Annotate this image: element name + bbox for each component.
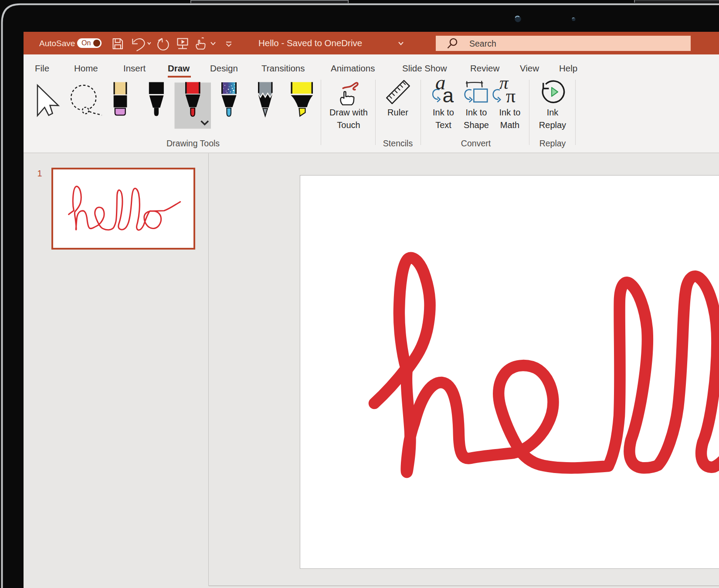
svg-text:a: a (443, 84, 454, 107)
svg-text:π: π (506, 85, 516, 107)
